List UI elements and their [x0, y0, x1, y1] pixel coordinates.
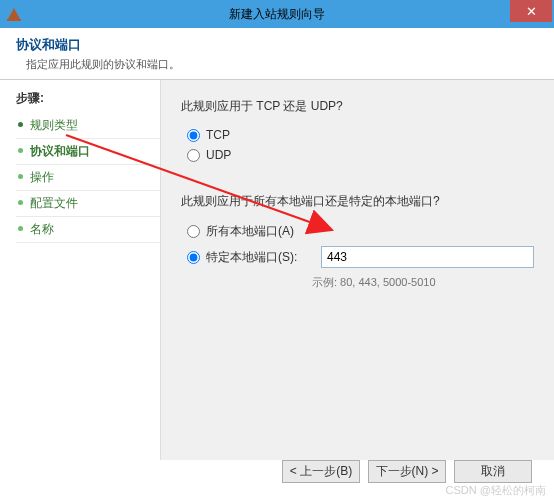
specific-ports-row: 特定本地端口(S):	[181, 243, 534, 271]
tcp-radio[interactable]	[187, 129, 200, 142]
udp-radio[interactable]	[187, 149, 200, 162]
specific-ports-radio-wrap[interactable]: 特定本地端口(S):	[187, 249, 321, 266]
page-title: 协议和端口	[16, 36, 538, 57]
watermark: CSDN @轻松的柯南	[446, 483, 546, 498]
app-icon	[6, 6, 22, 22]
next-button[interactable]: 下一步(N) >	[368, 460, 446, 483]
step-profile[interactable]: 配置文件	[16, 191, 160, 217]
cancel-button[interactable]: 取消	[454, 460, 532, 483]
page-subtitle: 指定应用此规则的协议和端口。	[16, 57, 538, 72]
step-action[interactable]: 操作	[16, 165, 160, 191]
close-icon: ✕	[526, 4, 537, 19]
all-ports-row[interactable]: 所有本地端口(A)	[181, 220, 534, 243]
udp-label: UDP	[206, 148, 231, 162]
all-ports-label: 所有本地端口(A)	[206, 223, 294, 240]
all-ports-radio[interactable]	[187, 225, 200, 238]
port-hint: 示例: 80, 443, 5000-5010	[181, 271, 534, 290]
tcp-row[interactable]: TCP	[181, 125, 534, 145]
steps-heading: 步骤:	[16, 90, 160, 107]
back-button[interactable]: < 上一步(B)	[282, 460, 360, 483]
tcp-label: TCP	[206, 128, 230, 142]
step-rule-type[interactable]: 规则类型	[16, 113, 160, 139]
udp-row[interactable]: UDP	[181, 145, 534, 165]
port-question: 此规则应用于所有本地端口还是特定的本地端口?	[181, 193, 534, 210]
step-name[interactable]: 名称	[16, 217, 160, 243]
step-protocol-port[interactable]: 协议和端口	[16, 139, 160, 165]
port-input[interactable]	[321, 246, 534, 268]
specific-ports-radio[interactable]	[187, 251, 200, 264]
titlebar: 新建入站规则向导 ✕	[0, 0, 554, 28]
close-button[interactable]: ✕	[510, 0, 552, 22]
steps-sidebar: 步骤: 规则类型 协议和端口 操作 配置文件 名称	[0, 80, 160, 460]
specific-ports-label: 特定本地端口(S):	[206, 249, 321, 266]
wizard-header: 协议和端口 指定应用此规则的协议和端口。	[0, 28, 554, 80]
window-title: 新建入站规则向导	[229, 6, 325, 23]
wizard-main: 此规则应用于 TCP 还是 UDP? TCP UDP 此规则应用于所有本地端口还…	[160, 80, 554, 460]
svg-rect-0	[7, 19, 21, 21]
protocol-question: 此规则应用于 TCP 还是 UDP?	[181, 98, 534, 115]
wizard-body: 步骤: 规则类型 协议和端口 操作 配置文件 名称 此规则应用于 TCP 还是 …	[0, 80, 554, 460]
